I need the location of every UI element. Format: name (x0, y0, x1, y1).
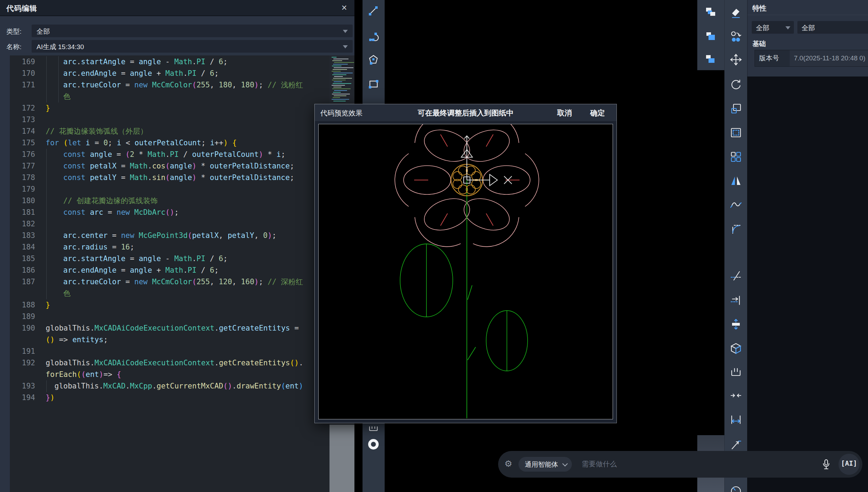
leader-icon[interactable] (730, 438, 742, 451)
minimap-line (334, 81, 342, 82)
indent-guide (58, 91, 59, 102)
minimap-line (334, 62, 354, 63)
code-line[interactable]: 170arc.endAngle = angle + Math.PI / 6; (0, 68, 330, 79)
name-filter-select[interactable]: AI生成 15:34:30 (32, 40, 353, 53)
indent-guide (46, 195, 47, 207)
petal-outer-arc (473, 217, 519, 247)
paste-objects-icon[interactable] (704, 30, 717, 43)
cancel-button[interactable]: 取消 (557, 108, 572, 118)
window-select-icon[interactable] (730, 126, 742, 139)
code-line[interactable]: 189 (0, 311, 330, 323)
minimap-line (334, 90, 347, 91)
divider (748, 15, 868, 15)
code-line[interactable]: 171arc.trueColor = new McCmColor(255, 18… (0, 79, 330, 91)
extend-icon[interactable] (730, 294, 742, 307)
measure-icon[interactable] (730, 413, 742, 426)
line-tool-icon[interactable] (367, 5, 380, 17)
move-icon[interactable] (730, 53, 742, 66)
code-line[interactable]: 174// 花瓣边缘装饰弧线（外层） (0, 126, 330, 137)
code-line[interactable]: 177const petalX = Math.cos(angle) * oute… (0, 160, 330, 172)
comb-partial-icon[interactable] (367, 423, 380, 436)
scale-icon[interactable] (730, 102, 742, 115)
agent-selector[interactable]: 通用智能体 (518, 457, 572, 472)
code-line[interactable]: 169arc.startAngle = angle - Math.PI / 6; (0, 56, 330, 68)
stretch-icon[interactable] (730, 318, 742, 331)
petal-vein (486, 213, 493, 226)
trim-icon[interactable] (730, 270, 742, 282)
indent-guide (46, 79, 47, 91)
arc-tool-icon[interactable] (367, 30, 380, 43)
code-line[interactable]: 186arc.endAngle = angle + Math.PI / 6; (0, 265, 330, 276)
confirm-button[interactable]: 确定 (590, 108, 605, 118)
copy-objects-icon[interactable] (704, 6, 717, 19)
object-snap-icon[interactable] (730, 30, 742, 43)
minimap-line (332, 74, 346, 75)
code-line[interactable]: 194}) (0, 392, 330, 404)
properties-filter-field[interactable]: 全部 (797, 21, 868, 34)
code-line[interactable]: 187arc.trueColor = new McCmColor(255, 12… (0, 276, 330, 288)
ai-button[interactable]: [AI] (838, 454, 860, 475)
duplicate-objects-icon[interactable] (704, 53, 717, 66)
minimap-line (334, 95, 346, 96)
rectangle-tool-icon[interactable] (367, 78, 380, 91)
code-editor-titlebar: 代码编辑 × (0, 0, 354, 16)
code-line[interactable]: 184arc.radius = 16; (0, 241, 330, 253)
code-line[interactable]: 185arc.startAngle = angle - Math.PI / 6; (0, 253, 330, 265)
code-line[interactable]: 172} (0, 102, 330, 114)
preview-canvas[interactable] (318, 124, 613, 419)
3d-box-icon[interactable] (730, 342, 742, 355)
array-icon[interactable] (730, 151, 742, 163)
code-editor-title: 代码编辑 (6, 4, 37, 13)
code-line[interactable]: 193globalThis.MxCAD.MxCpp.getCurrentMxCA… (0, 380, 330, 392)
indent-guide (46, 68, 47, 79)
code-line[interactable]: 178const petalY = Math.sin(angle) * oute… (0, 172, 330, 184)
code-line[interactable]: 176const angle = (2 * Math.PI / outerPet… (0, 149, 330, 160)
code-line[interactable]: 181const arc = new McDbArc(); (0, 207, 330, 218)
eraser-icon[interactable] (730, 6, 742, 19)
minimap[interactable] (331, 57, 353, 101)
fillet-icon[interactable] (730, 223, 742, 235)
code-line[interactable]: 179 (0, 184, 330, 195)
type-filter-select[interactable]: 全部 (32, 25, 353, 37)
code-line[interactable]: 183arc.center = new McGePoint3d(petalX, … (0, 230, 330, 241)
break-icon[interactable] (730, 366, 742, 379)
properties-section-label: 基础 (752, 39, 766, 48)
code-line[interactable]: 191 (0, 346, 330, 357)
code-line[interactable]: 190globalThis.MxCADAiCodeExecutionContex… (0, 323, 330, 334)
circle-tool-icon[interactable] (367, 438, 380, 451)
code-line[interactable]: 175for (let i = 0; i < outerPetalCount; … (0, 137, 330, 149)
indent-guide (46, 172, 47, 184)
properties-filter-dropdown[interactable]: 全部 (752, 21, 794, 34)
rotate-icon[interactable] (730, 78, 742, 91)
code-line[interactable]: 色 (0, 288, 330, 299)
code-line[interactable]: () => entitys; (0, 334, 330, 346)
petal-outer-arc (525, 154, 539, 207)
polygon-tool-icon[interactable] (367, 53, 380, 66)
scrollbar-thumb[interactable] (329, 425, 354, 492)
gear-icon[interactable]: ⚙ (504, 459, 512, 469)
code-line[interactable]: 182 (0, 218, 330, 230)
join-icon[interactable] (730, 389, 742, 402)
cursor-right-arrow (490, 174, 497, 186)
minimap-line (333, 73, 353, 73)
minimap-line (332, 57, 337, 58)
code-line[interactable]: 188} (0, 299, 330, 311)
close-icon[interactable]: × (338, 1, 351, 14)
microphone-icon[interactable] (820, 458, 833, 471)
arc-partial-icon[interactable] (730, 484, 742, 492)
version-label: 版本号 (755, 50, 790, 67)
code-line[interactable]: 192globalThis.MxCADAiCodeExecutionContex… (0, 357, 330, 369)
indent-guide (46, 253, 47, 265)
ai-input[interactable]: 需要做什么 (582, 459, 617, 469)
agent-selector-label: 通用智能体 (525, 460, 558, 469)
minimap-line (333, 78, 352, 79)
mirror-icon[interactable] (730, 174, 742, 187)
code-line[interactable]: 180// 创建花瓣边缘的弧线装饰 (0, 195, 330, 207)
code-line[interactable]: 色 (0, 91, 330, 102)
code-editor-content[interactable]: 169arc.startAngle = angle - Math.PI / 6;… (0, 55, 354, 492)
spline-icon[interactable] (730, 198, 742, 211)
code-line[interactable]: 173 (0, 114, 330, 126)
indent-guide (46, 288, 47, 299)
code-line[interactable]: forEach((ent)=> { (0, 369, 330, 380)
flower-preview-drawing (319, 124, 613, 419)
